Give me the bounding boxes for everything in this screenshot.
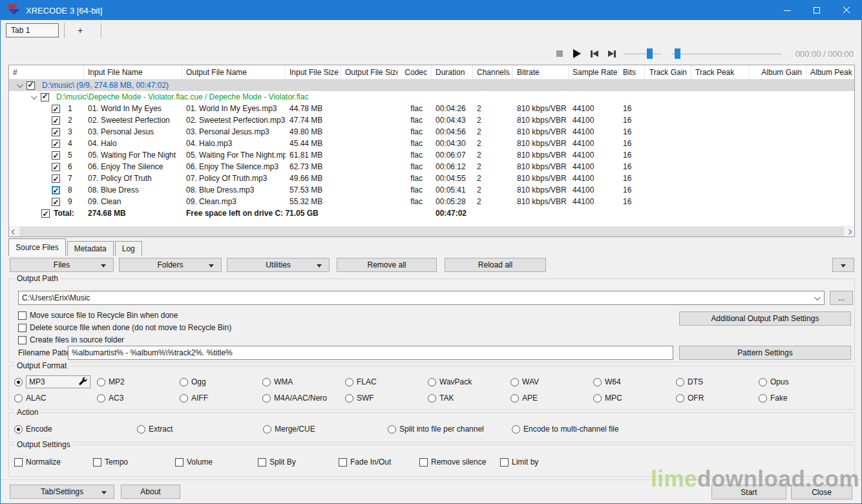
radio-circle[interactable] [428,394,436,403]
additional-output-path-settings-button[interactable]: Additional Output Path Settings [679,311,851,326]
row-checkbox[interactable] [52,163,60,171]
seek-slider[interactable] [672,48,782,59]
checkbox-box[interactable] [18,324,26,332]
expand-chevron-icon[interactable] [31,93,37,100]
stop-button[interactable] [554,48,565,59]
volume-slider[interactable] [624,48,661,59]
column-header-track-gain[interactable]: Track Gain [645,65,691,79]
radio-circle[interactable] [512,425,520,434]
radio-circle[interactable] [510,378,519,386]
column-header-[interactable]: # [9,65,84,79]
tab-log[interactable]: Log [115,241,142,256]
checkbox-box[interactable] [18,311,26,320]
radio-circle[interactable] [676,378,684,386]
format-mp3-radio[interactable]: MP3 [14,375,97,388]
next-track-button[interactable] [606,48,618,59]
seek-slider-handle[interactable] [675,48,680,59]
radio-circle[interactable] [388,425,396,434]
column-header-album-peak[interactable]: Album Peak [806,65,855,79]
radio-circle[interactable] [676,394,684,403]
close-button[interactable] [832,1,861,20]
radio-circle[interactable] [97,378,105,386]
folders-button[interactable]: Folders [119,258,222,272]
track-row[interactable]: 101. World In My Eyes01. World In My Eye… [9,103,854,114]
format-ac3-radio[interactable]: AC3 [97,392,180,404]
track-row[interactable]: 505. Waiting For The Night05. Waiting Fo… [9,149,854,161]
checkbox-move-source-file-to-recycle-bin-when-don[interactable]: Move source file to Recycle Bin when don… [18,310,178,320]
column-header-bits[interactable]: Bits [619,65,645,79]
format-flac-radio[interactable]: FLAC [345,375,428,388]
radio-circle[interactable] [262,378,271,386]
radio-circle[interactable] [137,425,145,434]
pattern-settings-button[interactable]: Pattern Settings [679,346,851,360]
radio-circle[interactable] [428,378,436,386]
checkbox-box[interactable] [175,458,184,467]
radio-circle[interactable] [14,425,23,434]
row-checkbox[interactable] [52,186,60,194]
setting-tempo-checkbox[interactable]: Tempo [93,456,175,468]
combo-chevron-icon[interactable] [814,294,821,300]
row-checkbox[interactable] [26,81,35,90]
radio-circle[interactable] [345,394,353,403]
format-swf-radio[interactable]: SWF [345,392,428,404]
expand-chevron-icon[interactable] [17,81,23,88]
row-checkbox[interactable] [52,140,60,148]
checkbox-delete-source-file-when-done-do-not-move[interactable]: Delete source file when done (do not mov… [18,322,231,333]
format-wma-radio[interactable]: WMA [262,375,345,388]
radio-circle[interactable] [593,394,602,403]
radio-circle[interactable] [510,394,519,403]
output-path-input[interactable]: C:\Users\Erix\Music [18,291,825,305]
column-header-sample-rate[interactable]: Sample Rate [569,65,619,79]
action-encode-to-multi-channel-file-radio[interactable]: Encode to multi-channel file [512,423,618,436]
track-row[interactable]: 303. Personal Jesus03. Personal Jesus.mp… [9,126,854,138]
track-row[interactable]: 202. Sweetest Perfection02. Sweetest Per… [9,114,854,126]
column-header-bitrate[interactable]: Bitrate [513,65,569,79]
minimize-button[interactable] [772,1,802,20]
format-m4a-aac-nero-radio[interactable]: M4A/AAC/Nero [262,392,345,404]
start-button[interactable]: Start [711,485,786,499]
column-header-input-file-size[interactable]: Input File Size [286,65,341,79]
row-checkbox[interactable] [52,198,60,206]
format-mp2-radio[interactable]: MP2 [97,375,180,388]
column-header-channels[interactable]: Channels [473,65,513,79]
column-header-output-file-name[interactable]: Output File Name [182,65,286,79]
checkbox-box[interactable] [93,458,101,467]
total-checkbox[interactable] [41,209,50,218]
setting-limit-by-checkbox[interactable]: Limit by [500,456,538,468]
remove-all-button[interactable]: Remove all [337,258,437,272]
checkbox-box[interactable] [339,458,347,467]
format-aiff-radio[interactable]: AIFF [180,392,262,404]
setting-fade-in-out-checkbox[interactable]: Fade In/Out [339,456,419,468]
tab-1[interactable]: Tab 1 [6,23,59,37]
radio-circle[interactable] [180,394,188,403]
format-alac-radio[interactable]: ALAC [14,392,97,404]
track-row[interactable]: 707. Policy Of Truth07. Policy Of Truth.… [9,173,854,184]
track-row[interactable]: 808. Blue Dress08. Blue Dress.mp357.53 M… [9,184,854,196]
setting-normalize-checkbox[interactable]: Normalize [14,456,93,468]
row-checkbox[interactable] [52,151,60,160]
tab-settings-button[interactable]: Tab/Settings [10,485,114,499]
checkbox-box[interactable] [419,458,428,467]
utilities-button[interactable]: Utilities [227,258,330,272]
radio-circle[interactable] [180,378,188,386]
scrollbar-thumb[interactable] [19,227,844,237]
scroll-left-arrow[interactable] [9,227,19,237]
action-merge-cue-radio[interactable]: Merge/CUE [263,423,388,436]
tab-source-files[interactable]: Source Files [8,238,66,256]
radio-circle[interactable] [14,378,23,386]
track-row[interactable]: 909. Clean09. Clean.mp355.32 MBflac00:05… [9,196,854,207]
scroll-right-arrow[interactable] [844,227,854,237]
setting-split-by-checkbox[interactable]: Split By [258,456,339,468]
add-tab-button[interactable]: + [65,25,96,36]
previous-track-button[interactable] [589,48,600,59]
row-checkbox[interactable] [52,105,60,113]
format-ofr-radio[interactable]: OFR [676,392,759,404]
maximize-button[interactable] [802,1,832,20]
radio-circle[interactable] [593,378,602,386]
action-encode-radio[interactable]: Encode [14,423,137,436]
checkbox-create-files-in-source-folder[interactable]: Create files in source folder [18,335,124,345]
column-header-input-file-name[interactable]: Input File Name [84,65,182,79]
checkbox-box[interactable] [258,458,266,467]
tab-metadata[interactable]: Metadata [67,241,114,256]
action-extract-radio[interactable]: Extract [137,423,263,436]
